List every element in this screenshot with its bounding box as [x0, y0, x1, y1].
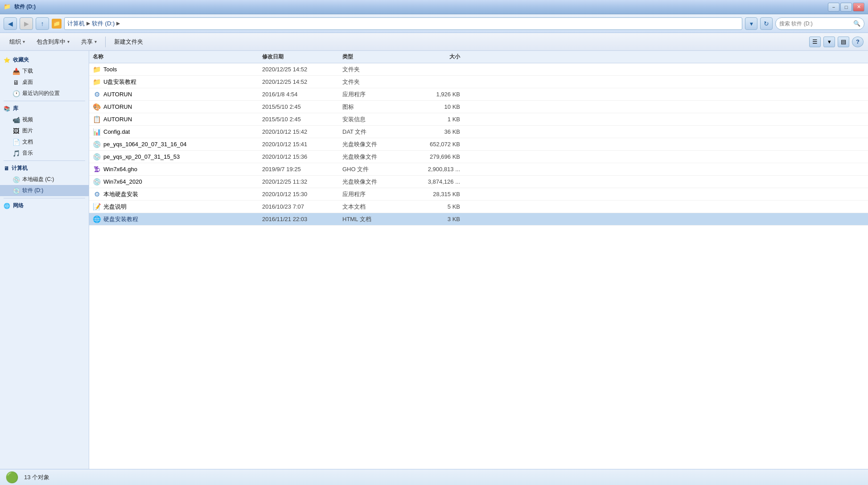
title-bar: 📁 软件 (D:) − □ ✕ — [0, 0, 868, 14]
table-row[interactable]: 📁 U盘安装教程 2020/12/25 14:52 文件夹 — [89, 76, 868, 88]
file-cell-date: 2015/5/10 2:45 — [259, 116, 339, 123]
sidebar-item-drive-c[interactable]: 💿 本地磁盘 (C:) — [0, 174, 89, 185]
sidebar-item-video[interactable]: 📹 视频 — [0, 114, 89, 125]
library-icon: 📚 — [4, 106, 10, 112]
sidebar-network-section: 🌐 网络 — [0, 200, 89, 211]
file-cell-date: 2020/12/25 14:52 — [259, 78, 339, 85]
desktop-label: 桌面 — [22, 78, 33, 86]
organize-button[interactable]: 组织 ▾ — [4, 36, 30, 48]
include-library-label: 包含到库中 — [37, 38, 66, 46]
table-row[interactable]: 📊 Config.dat 2020/10/12 15:42 DAT 文件 36 … — [89, 126, 868, 138]
table-row[interactable]: 🎨 AUTORUN 2015/5/10 2:45 图标 10 KB — [89, 101, 868, 113]
toolbar-right: ☰ ▾ ▤ ? — [809, 37, 864, 47]
column-name-header[interactable]: 名称 — [89, 53, 259, 61]
minimize-button[interactable]: − — [828, 3, 839, 12]
search-input[interactable] — [779, 21, 852, 27]
maximize-button[interactable]: □ — [840, 3, 852, 12]
new-folder-button[interactable]: 新建文件夹 — [109, 36, 148, 48]
file-cell-size: 5 KB — [410, 203, 464, 210]
sidebar-library-header[interactable]: 📚 库 — [0, 103, 89, 114]
address-bar: ◀ ▶ ↑ 📁 计算机 ▶ 软件 (D:) ▶ ▾ ↻ 🔍 — [0, 14, 868, 33]
breadcrumb-computer[interactable]: 计算机 — [67, 20, 85, 28]
close-button[interactable]: ✕ — [853, 3, 864, 12]
include-library-button[interactable]: 包含到库中 ▾ — [32, 36, 74, 48]
file-cell-type: 安装信息 — [339, 115, 410, 123]
search-box[interactable]: 🔍 — [775, 17, 864, 30]
up-button[interactable]: ↑ — [36, 17, 49, 30]
table-row[interactable]: 🌐 硬盘安装教程 2016/11/21 22:03 HTML 文档 3 KB — [89, 213, 868, 226]
file-name: U盘安装教程 — [103, 78, 136, 86]
column-type-header[interactable]: 类型 — [339, 53, 410, 61]
file-cell-date: 2020/10/12 15:42 — [259, 128, 339, 135]
sidebar-item-drive-d[interactable]: 💿 软件 (D:) — [0, 185, 89, 196]
file-cell-type: HTML 文档 — [339, 215, 410, 223]
table-row[interactable]: 💿 Win7x64_2020 2020/12/25 11:32 光盘映像文件 3… — [89, 176, 868, 188]
toolbar-separator — [105, 37, 106, 47]
table-row[interactable]: ⚙ AUTORUN 2016/1/8 4:54 应用程序 1,926 KB — [89, 88, 868, 101]
network-label: 网络 — [13, 202, 24, 210]
column-size-header[interactable]: 大小 — [410, 53, 464, 61]
sidebar-network-header[interactable]: 🌐 网络 — [0, 200, 89, 211]
search-icon[interactable]: 🔍 — [853, 20, 860, 27]
table-row[interactable]: 🗜 Win7x64.gho 2019/9/7 19:25 GHO 文件 2,90… — [89, 163, 868, 176]
file-cell-type: GHO 文件 — [339, 165, 410, 173]
file-cell-type: 图标 — [339, 103, 410, 111]
file-cell-name: ⚙ 本地硬盘安装 — [89, 190, 259, 198]
sidebar-item-documents[interactable]: 📄 文档 — [0, 136, 89, 148]
sidebar-item-recent[interactable]: 🕐 最近访问的位置 — [0, 88, 89, 99]
sidebar-computer-section: 🖥 计算机 💿 本地磁盘 (C:) 💿 软件 (D:) — [0, 163, 89, 196]
back-button[interactable]: ◀ — [4, 17, 17, 30]
file-name: Config.dat — [103, 128, 130, 135]
table-row[interactable]: 📋 AUTORUN 2015/5/10 2:45 安装信息 1 KB — [89, 113, 868, 126]
sidebar-item-desktop[interactable]: 🖥 桌面 — [0, 77, 89, 88]
help-button[interactable]: ? — [852, 37, 864, 47]
column-date-header[interactable]: 修改日期 — [259, 53, 339, 61]
file-cell-name: 🗜 Win7x64.gho — [89, 165, 259, 173]
refresh-button[interactable]: ↻ — [760, 17, 773, 30]
file-type-icon: 💿 — [93, 153, 101, 161]
computer-label: 计算机 — [12, 164, 28, 172]
file-cell-size: 1,926 KB — [410, 91, 464, 98]
sidebar-item-pictures[interactable]: 🖼 图片 — [0, 125, 89, 136]
forward-button[interactable]: ▶ — [20, 17, 33, 30]
sidebar-divider-1 — [4, 101, 85, 101]
file-cell-type: 文本文档 — [339, 203, 410, 211]
file-cell-date: 2016/11/21 22:03 — [259, 216, 339, 222]
file-cell-date: 2020/10/12 15:36 — [259, 153, 339, 160]
file-type-icon: ⚙ — [93, 190, 101, 198]
file-cell-name: 🌐 硬盘安装教程 — [89, 215, 259, 223]
sidebar-computer-header[interactable]: 🖥 计算机 — [0, 163, 89, 174]
file-cell-size: 279,696 KB — [410, 153, 464, 160]
breadcrumb-separator-2: ▶ — [116, 21, 120, 26]
table-row[interactable]: 📝 光盘说明 2016/10/23 7:07 文本文档 5 KB — [89, 201, 868, 213]
status-bar: 🟢 13 个对象 — [0, 469, 868, 485]
favorites-label: 收藏夹 — [13, 56, 29, 64]
view-dropdown-button[interactable]: ▾ — [823, 37, 835, 47]
file-cell-type: 应用程序 — [339, 90, 410, 99]
table-row[interactable]: 📁 Tools 2020/12/25 14:52 文件夹 — [89, 63, 868, 76]
table-row[interactable]: 💿 pe_yqs_xp_20_07_31_15_53 2020/10/12 15… — [89, 151, 868, 163]
view-toggle-button[interactable]: ☰ — [809, 37, 821, 47]
table-row[interactable]: 💿 pe_yqs_1064_20_07_31_16_04 2020/10/12 … — [89, 138, 868, 151]
file-type-icon: 🎨 — [93, 103, 101, 111]
file-type-icon: ⚙ — [93, 90, 101, 99]
sidebar-item-music[interactable]: 🎵 音乐 — [0, 148, 89, 159]
file-cell-size: 652,072 KB — [410, 141, 464, 148]
sidebar-item-downloads[interactable]: 📥 下载 — [0, 66, 89, 77]
breadcrumb-drive[interactable]: 软件 (D:) — [92, 20, 115, 28]
sidebar-favorites-section: ⭐ 收藏夹 📥 下载 🖥 桌面 🕐 最近访问的位置 — [0, 54, 89, 99]
sidebar-favorites-header[interactable]: ⭐ 收藏夹 — [0, 54, 89, 66]
file-name: Win7x64_2020 — [103, 178, 142, 185]
file-name: AUTORUN — [103, 103, 132, 110]
share-button[interactable]: 共享 ▾ — [76, 36, 102, 48]
file-cell-date: 2015/5/10 2:45 — [259, 103, 339, 110]
file-cell-type: 文件夹 — [339, 66, 410, 74]
window-icon: 📁 — [4, 3, 12, 11]
file-cell-name: ⚙ AUTORUN — [89, 90, 259, 99]
status-app-icon: 🟢 — [5, 471, 19, 484]
dropdown-button[interactable]: ▾ — [745, 17, 757, 30]
table-row[interactable]: ⚙ 本地硬盘安装 2020/10/12 15:30 应用程序 28,315 KB — [89, 188, 868, 201]
file-type-icon: 🌐 — [93, 215, 101, 223]
file-cell-size: 3 KB — [410, 216, 464, 222]
preview-pane-button[interactable]: ▤ — [838, 37, 849, 47]
